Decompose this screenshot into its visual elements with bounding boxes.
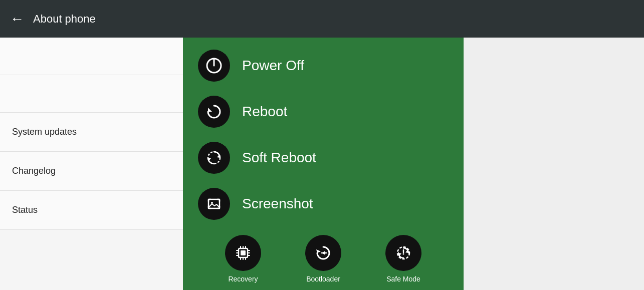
bootloader-icon — [313, 243, 333, 263]
power-off-menu-item[interactable]: Power Off — [183, 43, 464, 89]
power-off-label: Power Off — [242, 58, 304, 74]
reboot-menu-item[interactable]: Reboot — [183, 89, 464, 135]
screenshot-icon — [205, 195, 223, 213]
settings-item-empty1[interactable] — [0, 38, 183, 75]
soft-reboot-icon — [205, 149, 223, 167]
soft-reboot-menu-item[interactable]: Soft Reboot — [183, 135, 464, 181]
soft-reboot-label: Soft Reboot — [242, 150, 316, 166]
safe-mode-icon-circle — [385, 235, 421, 271]
safe-mode-label: Safe Mode — [386, 275, 420, 283]
settings-item-changelog[interactable]: Changelog — [0, 152, 183, 191]
settings-item-empty2[interactable] — [0, 75, 183, 113]
safe-mode-icon — [393, 243, 413, 263]
power-menu-dropdown: Power Off Reboot — [183, 38, 464, 290]
svg-rect-6 — [208, 199, 220, 208]
back-button[interactable]: ← — [10, 11, 24, 27]
settings-item-system-updates[interactable]: System updates — [0, 113, 183, 152]
bottom-icons-row: Recovery Bootloader — [183, 230, 464, 285]
reboot-label: Reboot — [242, 104, 287, 120]
right-area: Power Off Reboot — [183, 38, 644, 290]
power-off-icon — [205, 57, 223, 75]
reboot-icon-circle — [198, 96, 230, 128]
bootloader-label: Bootloader — [306, 275, 340, 283]
screenshot-menu-item[interactable]: Screenshot — [183, 181, 464, 227]
recovery-icon — [233, 243, 253, 263]
app-header: ← About phone — [0, 0, 644, 38]
svg-rect-9 — [241, 250, 246, 255]
svg-point-28 — [403, 253, 404, 255]
bootloader-icon-circle — [305, 235, 341, 271]
safe-mode-item[interactable]: Safe Mode — [385, 235, 421, 283]
settings-list: System updates Changelog Status — [0, 38, 183, 290]
settings-item-status[interactable]: Status — [0, 191, 183, 230]
main-content: System updates Changelog Status Power Of… — [0, 38, 644, 290]
svg-marker-2 — [208, 108, 212, 112]
soft-reboot-icon-circle — [198, 142, 230, 174]
header-title: About phone — [33, 13, 96, 26]
screenshot-label: Screenshot — [242, 196, 313, 212]
recovery-icon-circle — [225, 235, 261, 271]
recovery-item[interactable]: Recovery — [225, 235, 261, 283]
reboot-icon — [205, 103, 223, 121]
power-off-icon-circle — [198, 50, 230, 82]
screenshot-icon-circle — [198, 188, 230, 220]
bootloader-item[interactable]: Bootloader — [305, 235, 341, 283]
recovery-label: Recovery — [228, 275, 258, 283]
